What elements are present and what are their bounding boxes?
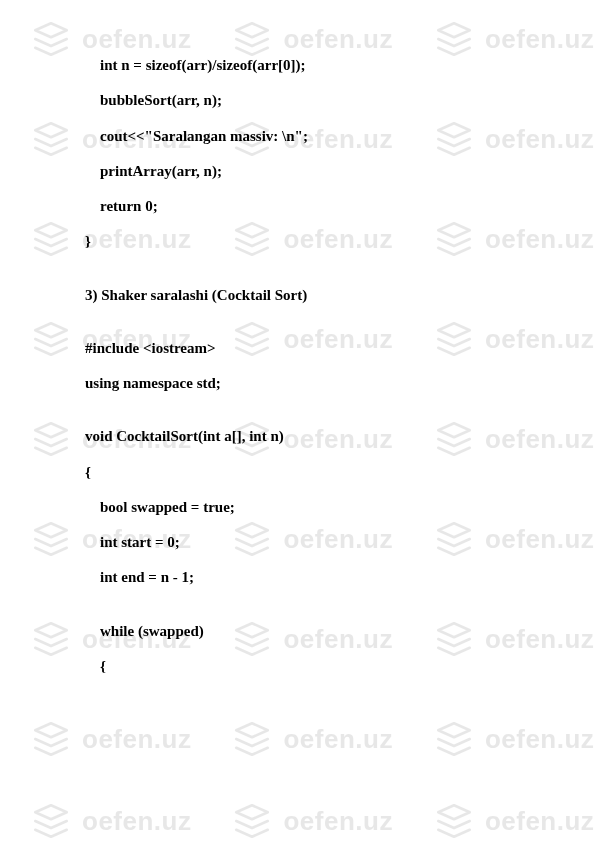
code-line: int end = n - 1;: [85, 567, 510, 587]
watermark-text: oefen.uz: [283, 806, 392, 837]
watermark-text: oefen.uz: [485, 724, 594, 755]
code-line: #include <iostream>: [85, 338, 510, 358]
code-line: cout<<"Saralangan massiv: \n";: [85, 126, 510, 146]
code-line: return 0;: [85, 196, 510, 216]
code-line: {: [85, 656, 510, 676]
code-line: int n = sizeof(arr)/sizeof(arr[0]);: [85, 55, 510, 75]
watermark-text: oefen.uz: [82, 724, 191, 755]
stack-icon: [231, 718, 273, 760]
watermark-item: oefen.uz: [231, 718, 392, 760]
code-line: int start = 0;: [85, 532, 510, 552]
code-line: bubbleSort(arr, n);: [85, 90, 510, 110]
code-line: while (swapped): [85, 621, 510, 641]
stack-icon: [433, 800, 475, 842]
code-line: using namespace std;: [85, 373, 510, 393]
blank-line: [85, 603, 510, 621]
stack-icon: [30, 800, 72, 842]
code-line: void CocktailSort(int a[], int n): [85, 426, 510, 446]
watermark-item: oefen.uz: [30, 800, 191, 842]
stack-icon: [231, 800, 273, 842]
code-line: }: [85, 231, 510, 251]
watermark-text: oefen.uz: [485, 806, 594, 837]
watermark-item: oefen.uz: [30, 718, 191, 760]
watermark-item: oefen.uz: [433, 718, 594, 760]
watermark-item: oefen.uz: [231, 800, 392, 842]
stack-icon: [433, 718, 475, 760]
blank-line: [85, 267, 510, 285]
watermark-text: oefen.uz: [283, 724, 392, 755]
watermark-item: oefen.uz: [433, 800, 594, 842]
stack-icon: [30, 718, 72, 760]
code-line: printArray(arr, n);: [85, 161, 510, 181]
blank-line: [85, 408, 510, 426]
blank-line: [85, 320, 510, 338]
code-line: {: [85, 462, 510, 482]
code-line: bool swapped = true;: [85, 497, 510, 517]
watermark-text: oefen.uz: [82, 806, 191, 837]
code-line: 3) Shaker saralashi (Cocktail Sort): [85, 285, 510, 305]
code-content: int n = sizeof(arr)/sizeof(arr[0]); bubb…: [0, 0, 595, 676]
